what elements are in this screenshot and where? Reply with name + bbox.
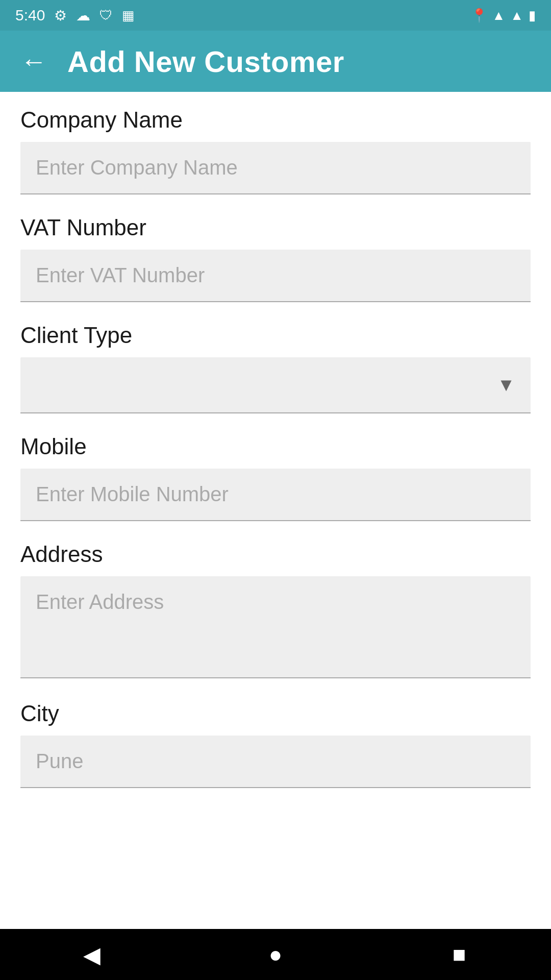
vat-number-label: VAT Number (20, 215, 531, 240)
city-input[interactable] (20, 736, 531, 788)
nav-home-button[interactable]: ● (255, 934, 296, 975)
vat-number-group: VAT Number (20, 215, 531, 302)
nav-recent-icon: ■ (453, 942, 466, 967)
bottom-nav: ◀ ● ■ (0, 929, 551, 980)
vat-number-input[interactable] (20, 250, 531, 302)
battery-icon: ▮ (529, 8, 536, 23)
city-label: City (20, 701, 531, 726)
company-name-group: Company Name (20, 107, 531, 194)
toolbar: ← Add New Customer (0, 31, 551, 92)
signal-icon: ▲ (510, 8, 523, 23)
mobile-label: Mobile (20, 434, 531, 459)
status-bar-left: 5:40 ⚙ ☁ 🛡 ▦ (15, 7, 135, 24)
form-content: Company Name VAT Number Client Type Indi… (0, 92, 551, 929)
page-title: Add New Customer (67, 44, 344, 79)
company-name-input[interactable] (20, 142, 531, 194)
company-name-label: Company Name (20, 107, 531, 133)
wifi-icon: ▲ (492, 8, 506, 23)
nav-back-button[interactable]: ◀ (71, 934, 112, 975)
status-bar: 5:40 ⚙ ☁ 🛡 ▦ 📍 ▲ ▲ ▮ (0, 0, 551, 31)
nav-home-icon: ● (269, 942, 283, 967)
address-group: Address (20, 542, 531, 680)
cloud-icon: ☁ (76, 7, 90, 24)
mobile-input[interactable] (20, 469, 531, 521)
client-type-select-wrapper[interactable]: Individual Corporate Government Non-Prof… (20, 357, 531, 413)
status-bar-right: 📍 ▲ ▲ ▮ (471, 8, 536, 23)
client-type-label: Client Type (20, 323, 531, 348)
shield-icon: 🛡 (99, 8, 113, 23)
settings-icon: ⚙ (54, 7, 67, 24)
mobile-group: Mobile (20, 434, 531, 521)
back-button[interactable]: ← (20, 48, 47, 75)
address-label: Address (20, 542, 531, 567)
address-input[interactable] (20, 576, 531, 678)
time-display: 5:40 (15, 7, 45, 24)
city-group: City (20, 701, 531, 788)
chevron-down-icon: ▼ (497, 374, 515, 396)
location-icon: 📍 (471, 8, 487, 23)
clipboard-icon: ▦ (122, 8, 135, 23)
nav-recent-button[interactable]: ■ (439, 934, 480, 975)
nav-back-icon: ◀ (83, 942, 101, 968)
client-type-group: Client Type Individual Corporate Governm… (20, 323, 531, 413)
client-type-select[interactable]: Individual Corporate Government Non-Prof… (36, 374, 515, 396)
